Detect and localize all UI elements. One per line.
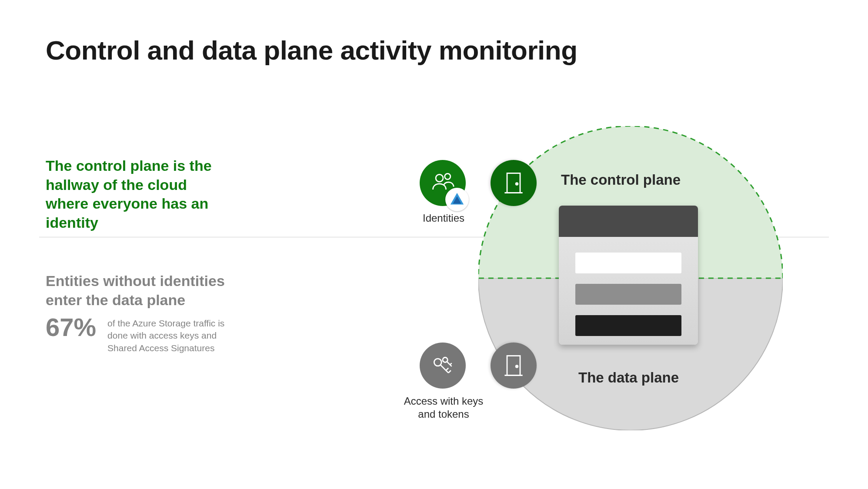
data-plane-description: Entities without identities enter the da… [46, 272, 233, 309]
azure-ad-badge-icon [445, 188, 469, 211]
svg-point-0 [436, 174, 443, 182]
statistic-percent: 67% [46, 315, 96, 340]
slide: Control and data plane activity monitori… [0, 0, 868, 489]
keys-caption: Access with keys and tokens [400, 395, 487, 421]
resource-card-header [559, 206, 698, 237]
statistic-description: of the Azure Storage traffic is done wit… [107, 315, 238, 354]
resource-card-row [575, 284, 681, 305]
slide-title: Control and data plane activity monitori… [46, 35, 578, 66]
svg-point-1 [445, 173, 451, 179]
door-icon [491, 160, 537, 206]
statistic-block: 67% of the Azure Storage traffic is done… [46, 315, 238, 354]
resource-card-icon [559, 206, 698, 345]
resource-card-row [575, 253, 681, 273]
svg-point-11 [516, 366, 518, 368]
data-plane-label: The data plane [578, 369, 679, 386]
identities-caption: Identities [413, 212, 474, 224]
keys-icon [420, 343, 466, 389]
control-plane-description: The control plane is the hallway of the … [46, 156, 233, 232]
svg-point-6 [516, 183, 518, 185]
resource-card-row [575, 315, 681, 336]
door-icon [491, 343, 537, 389]
control-plane-label: The control plane [561, 172, 681, 188]
